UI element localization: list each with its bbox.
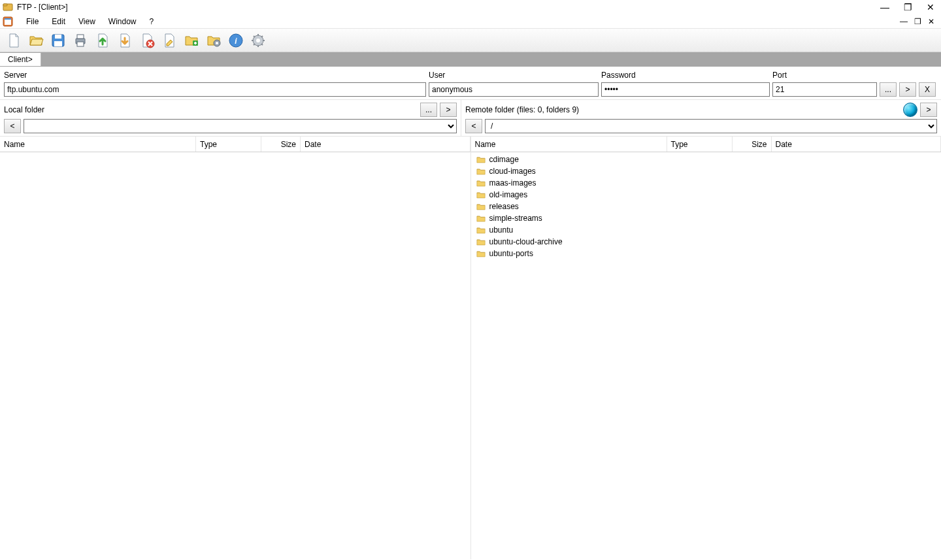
minimize-button[interactable]: — xyxy=(880,2,889,12)
toolbar-new-folder[interactable] xyxy=(182,31,201,50)
remote-col-type[interactable]: Type xyxy=(667,137,733,152)
toolbar-open[interactable] xyxy=(26,31,46,50)
remote-col-name[interactable]: Name xyxy=(471,137,667,152)
svg-rect-9 xyxy=(77,35,84,39)
toolbar-print[interactable] xyxy=(71,31,90,50)
toolbar-preferences[interactable] xyxy=(248,31,268,50)
remote-file-row[interactable]: ubuntu xyxy=(474,224,939,236)
svg-point-14 xyxy=(216,42,218,44)
menu-file[interactable]: File xyxy=(20,16,45,27)
connection-go-button[interactable]: > xyxy=(899,82,916,97)
toolbar-delete[interactable] xyxy=(137,31,157,50)
remote-col-size[interactable]: Size xyxy=(733,137,772,152)
folder-icon xyxy=(476,156,486,163)
folder-icon xyxy=(476,191,486,199)
svg-line-25 xyxy=(254,44,255,45)
tabstrip: Client> xyxy=(0,52,941,67)
toolbar-download[interactable] xyxy=(115,31,135,50)
toolbar: i xyxy=(0,29,941,52)
window-title: FTP - [Client>] xyxy=(17,3,880,12)
local-col-size[interactable]: Size xyxy=(261,137,301,152)
maximize-button[interactable]: ❐ xyxy=(904,2,912,12)
app-icon xyxy=(3,2,13,12)
close-button[interactable]: ✕ xyxy=(927,2,934,12)
connection-close-button[interactable]: X xyxy=(919,82,936,97)
tab-client[interactable]: Client> xyxy=(0,53,41,66)
remote-file-row[interactable]: releases xyxy=(474,201,939,212)
server-label: Server xyxy=(4,71,426,80)
remote-file-row[interactable]: maas-images xyxy=(474,177,939,189)
svg-rect-10 xyxy=(77,42,84,46)
toolbar-settings[interactable] xyxy=(204,31,223,50)
port-input[interactable] xyxy=(772,82,877,97)
local-col-name[interactable]: Name xyxy=(0,137,196,152)
svg-line-24 xyxy=(261,44,263,45)
menu-edit[interactable]: Edit xyxy=(45,16,72,27)
local-folder-bar: Local folder ... > < xyxy=(0,100,461,136)
remote-panel-body[interactable]: cdimagecloud-imagesmaas-imagesold-images… xyxy=(471,152,942,559)
local-col-type[interactable]: Type xyxy=(196,137,261,152)
remote-file-row[interactable]: cloud-images xyxy=(474,165,939,177)
folder-icon xyxy=(476,180,486,187)
menu-help[interactable]: ? xyxy=(143,16,161,27)
mdi-restore-button[interactable]: ❐ xyxy=(914,17,921,26)
remote-back-button[interactable]: < xyxy=(465,119,482,133)
titlebar: FTP - [Client>] — ❐ ✕ xyxy=(0,0,941,14)
menu-view[interactable]: View xyxy=(72,16,102,27)
remote-file-row[interactable]: cdimage xyxy=(474,154,939,165)
toolbar-info[interactable]: i xyxy=(226,31,246,50)
local-col-date[interactable]: Date xyxy=(301,137,470,152)
password-label: Password xyxy=(601,71,770,80)
local-panel-header: Name Type Size Date xyxy=(0,137,470,152)
folder-icon xyxy=(476,250,486,257)
file-name: old-images xyxy=(489,190,528,199)
local-path-select[interactable] xyxy=(24,119,457,133)
mdi-controls: — ❐ ✕ xyxy=(900,17,938,26)
folder-icon xyxy=(476,168,486,175)
file-name: maas-images xyxy=(489,178,537,188)
mdi-app-icon xyxy=(3,16,13,27)
file-name: ubuntu xyxy=(489,225,514,235)
remote-file-row[interactable]: ubuntu-ports xyxy=(474,248,939,259)
file-name: cdimage xyxy=(489,155,519,164)
folder-icon xyxy=(476,203,486,210)
local-panel: Name Type Size Date xyxy=(0,137,471,559)
folder-icon xyxy=(476,239,486,246)
globe-icon xyxy=(903,103,917,117)
toolbar-new-file[interactable] xyxy=(4,31,24,50)
connection-bar: Server User Password Port ... > X xyxy=(0,67,941,100)
svg-point-18 xyxy=(256,39,260,42)
mdi-close-button[interactable]: ✕ xyxy=(928,17,934,26)
remote-col-date[interactable]: Date xyxy=(772,137,942,152)
remote-path-select[interactable]: / xyxy=(485,119,937,133)
remote-file-row[interactable]: simple-streams xyxy=(474,212,939,224)
svg-rect-4 xyxy=(5,18,11,20)
folder-bars: Local folder ... > < Remote folder (file… xyxy=(0,100,941,137)
password-input[interactable] xyxy=(601,82,770,97)
remote-go-button[interactable]: > xyxy=(920,103,937,117)
remote-panel: Name Type Size Date cdimagecloud-imagesm… xyxy=(471,137,942,559)
file-name: releases xyxy=(489,202,519,211)
file-name: ubuntu-cloud-archive xyxy=(489,237,563,246)
local-browse-button[interactable]: ... xyxy=(420,103,437,117)
remote-file-row[interactable]: old-images xyxy=(474,189,939,201)
folder-icon xyxy=(476,227,486,234)
toolbar-new-doc[interactable] xyxy=(159,31,179,50)
mdi-minimize-button[interactable]: — xyxy=(900,17,908,26)
remote-file-row[interactable]: ubuntu-cloud-archive xyxy=(474,236,939,248)
connection-browse-button[interactable]: ... xyxy=(880,82,897,97)
remote-panel-header: Name Type Size Date xyxy=(471,137,942,152)
folder-icon xyxy=(476,215,486,222)
toolbar-save[interactable] xyxy=(48,31,68,50)
local-go-button[interactable]: > xyxy=(440,103,457,117)
server-input[interactable] xyxy=(4,82,426,97)
svg-line-23 xyxy=(254,36,255,37)
user-input[interactable] xyxy=(429,82,599,97)
svg-rect-6 xyxy=(55,35,61,39)
file-name: ubuntu-ports xyxy=(489,249,533,258)
local-back-button[interactable]: < xyxy=(4,119,21,133)
toolbar-upload[interactable] xyxy=(93,31,112,50)
local-panel-body[interactable] xyxy=(0,152,470,559)
menu-window[interactable]: Window xyxy=(102,16,143,27)
remote-folder-bar: Remote folder (files: 0, folders 9) > < … xyxy=(461,100,941,136)
